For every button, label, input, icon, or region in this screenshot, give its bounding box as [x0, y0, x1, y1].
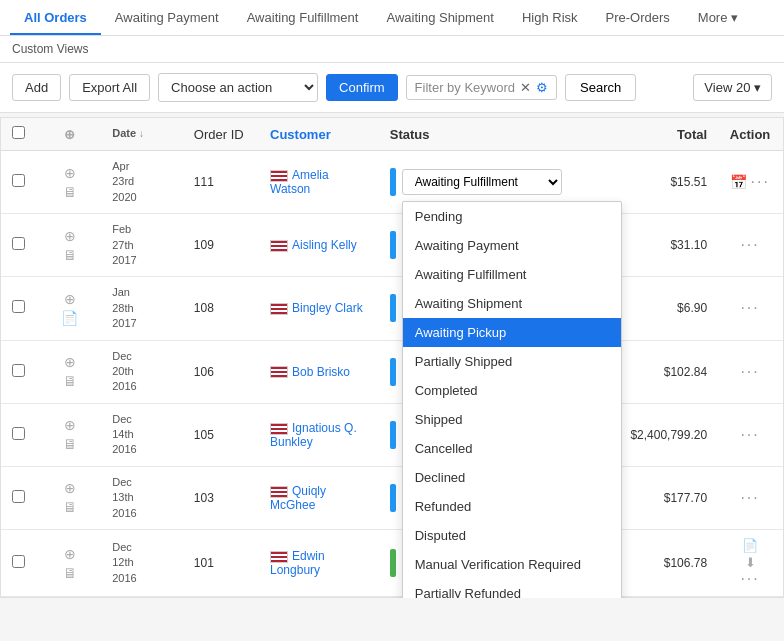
dropdown-item[interactable]: Pending	[403, 202, 621, 231]
row-icon-cell: ⊕ 🖥	[37, 151, 102, 214]
calendar-icon[interactable]: 📅	[730, 174, 747, 190]
row-checkbox-cell	[1, 530, 37, 597]
dropdown-item[interactable]: Partially Shipped	[403, 347, 621, 376]
row-device-icon: 📄	[61, 310, 78, 326]
row-customer[interactable]: Ignatious Q. Bunkley	[260, 403, 380, 466]
add-button[interactable]: Add	[12, 74, 61, 101]
row-icon-cell: ⊕ 📄	[37, 277, 102, 340]
more-actions-icon[interactable]: ···	[740, 299, 759, 316]
action-select[interactable]: Choose an action	[158, 73, 318, 102]
status-indicator	[390, 358, 396, 386]
dropdown-item[interactable]: Declined	[403, 463, 621, 492]
row-date: Jan28th2017	[102, 277, 184, 340]
doc-icon[interactable]: 📄	[742, 538, 758, 553]
row-date: Apr23rd2020	[102, 151, 184, 214]
row-action-cell: 📅 ···	[717, 151, 783, 214]
row-customer[interactable]: Edwin Longbury	[260, 530, 380, 597]
dropdown-item[interactable]: Refunded	[403, 492, 621, 521]
row-date: Dec20th2016	[102, 340, 184, 403]
row-icon-cell: ⊕ 🖥	[37, 340, 102, 403]
dropdown-item[interactable]: Awaiting Payment	[403, 231, 621, 260]
tab-more-[interactable]: More ▾	[684, 0, 752, 35]
row-device-icon: 🖥	[63, 436, 77, 452]
view-selector[interactable]: View 20 ▾	[693, 74, 772, 101]
table-container: ⊕ Date ↓ Order ID Customer Status Total …	[0, 117, 784, 598]
tab-awaiting-shipment[interactable]: Awaiting Shipment	[372, 0, 507, 35]
header-customer: Customer	[260, 118, 380, 151]
row-icon-cell: ⊕ 🖥	[37, 466, 102, 529]
table-row: ⊕ 🖥 Dec12th2016101 Edwin Longbury Pendin…	[1, 530, 783, 597]
table-row: ⊕ 🖥 Dec13th2016103 Quiqly McGhee Pending…	[1, 466, 783, 529]
row-checkbox-cell	[1, 277, 37, 340]
row-orderid: 106	[184, 340, 260, 403]
dropdown-item[interactable]: Cancelled	[403, 434, 621, 463]
row-checkbox[interactable]	[12, 555, 25, 568]
export-button[interactable]: Export All	[69, 74, 150, 101]
add-row-icon[interactable]: ⊕	[64, 127, 75, 142]
row-add-icon[interactable]: ⊕	[64, 354, 76, 370]
tab-awaiting-payment[interactable]: Awaiting Payment	[101, 0, 233, 35]
row-customer[interactable]: Bingley Clark	[260, 277, 380, 340]
header-orderid: Order ID	[184, 118, 260, 151]
more-actions-icon[interactable]: ···	[740, 426, 759, 443]
dropdown-item[interactable]: Awaiting Fulfillment	[403, 260, 621, 289]
row-add-icon[interactable]: ⊕	[64, 291, 76, 307]
row-device-icon: 🖥	[63, 373, 77, 389]
row-add-icon[interactable]: ⊕	[64, 546, 76, 562]
search-button[interactable]: Search	[565, 74, 636, 101]
more-actions-icon[interactable]: ···	[740, 236, 759, 253]
more-actions-icon[interactable]: ···	[740, 570, 759, 587]
row-customer[interactable]: Amelia Watson	[260, 151, 380, 214]
row-checkbox-cell	[1, 403, 37, 466]
row-icon-cell: ⊕ 🖥	[37, 214, 102, 277]
row-checkbox[interactable]	[12, 237, 25, 250]
dropdown-item[interactable]: Shipped	[403, 405, 621, 434]
more-actions-icon[interactable]: ···	[740, 363, 759, 380]
header-date: Date ↓	[102, 118, 184, 151]
table-row: ⊕ 🖥 Dec20th2016106 Bob Brisko PendingAwa…	[1, 340, 783, 403]
row-date: Dec14th2016	[102, 403, 184, 466]
row-add-icon[interactable]: ⊕	[64, 480, 76, 496]
more-actions-icon[interactable]: ···	[751, 173, 770, 190]
tabs-bar: All OrdersAwaiting PaymentAwaiting Fulfi…	[0, 0, 784, 36]
tab-high-risk[interactable]: High Risk	[508, 0, 592, 35]
row-checkbox[interactable]	[12, 300, 25, 313]
status-select-open[interactable]: PendingAwaiting PaymentAwaiting Fulfillm…	[402, 169, 562, 195]
dropdown-item[interactable]: Disputed	[403, 521, 621, 550]
toolbar: Add Export All Choose an action Confirm …	[0, 63, 784, 113]
tab-pre-orders[interactable]: Pre-Orders	[592, 0, 684, 35]
row-date: Dec13th2016	[102, 466, 184, 529]
row-customer[interactable]: Aisling Kelly	[260, 214, 380, 277]
status-indicator	[390, 294, 396, 322]
confirm-button[interactable]: Confirm	[326, 74, 398, 101]
select-all-checkbox[interactable]	[12, 126, 25, 139]
row-customer[interactable]: Bob Brisko	[260, 340, 380, 403]
status-indicator	[390, 549, 396, 577]
row-checkbox[interactable]	[12, 427, 25, 440]
tab-awaiting-fulfillment[interactable]: Awaiting Fulfillment	[233, 0, 373, 35]
dropdown-item[interactable]: Partially Refunded	[403, 579, 621, 598]
row-orderid: 105	[184, 403, 260, 466]
header-icon-cell: ⊕	[37, 118, 102, 151]
tab-all-orders[interactable]: All Orders	[10, 0, 101, 35]
row-device-icon: 🖥	[63, 499, 77, 515]
row-customer[interactable]: Quiqly McGhee	[260, 466, 380, 529]
download-icon[interactable]: ⬇	[745, 555, 756, 570]
row-checkbox[interactable]	[12, 174, 25, 187]
dropdown-item[interactable]: Manual Verification Required	[403, 550, 621, 579]
more-actions-icon[interactable]: ···	[740, 489, 759, 506]
status-indicator	[390, 421, 396, 449]
header-total: Total	[597, 118, 717, 151]
dropdown-item[interactable]: Completed	[403, 376, 621, 405]
row-checkbox[interactable]	[12, 364, 25, 377]
row-add-icon[interactable]: ⊕	[64, 165, 76, 181]
status-indicator	[390, 168, 396, 196]
row-checkbox[interactable]	[12, 490, 25, 503]
row-device-icon: 🖥	[63, 565, 77, 581]
row-checkbox-cell	[1, 466, 37, 529]
filter-clear-icon[interactable]: ✕	[520, 80, 531, 95]
row-add-icon[interactable]: ⊕	[64, 417, 76, 433]
dropdown-item[interactable]: Awaiting Pickup	[403, 318, 621, 347]
row-add-icon[interactable]: ⊕	[64, 228, 76, 244]
dropdown-item[interactable]: Awaiting Shipment	[403, 289, 621, 318]
